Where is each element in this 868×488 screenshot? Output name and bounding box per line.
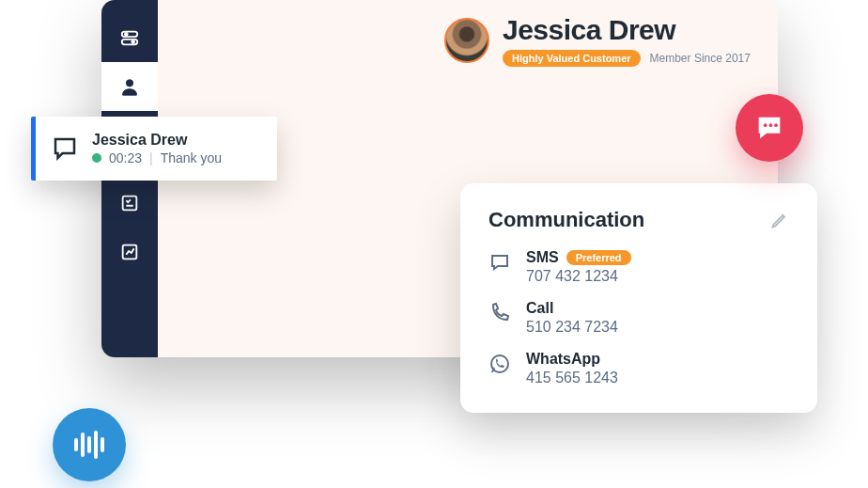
divider: |: [149, 150, 153, 165]
sidebar-item-checklist[interactable]: [101, 179, 158, 228]
status-dot: [92, 153, 101, 163]
customer-name: Jessica Drew: [503, 14, 751, 46]
svg-point-4: [126, 80, 132, 87]
chat-dots-icon: [753, 112, 785, 144]
customer-header: Jessica Drew Highly Valued Customer Memb…: [444, 14, 751, 67]
pencil-icon[interactable]: [770, 211, 789, 229]
voice-bar-icon: [87, 436, 91, 453]
conversation-name: Jessica Drew: [92, 132, 222, 149]
channel-whatsapp[interactable]: WhatsApp 415 565 1243: [488, 351, 789, 386]
channel-label: SMS: [526, 249, 559, 266]
voice-bar-icon: [101, 437, 104, 452]
channel-value: 707 432 1234: [526, 268, 631, 285]
chat-button[interactable]: [736, 94, 803, 162]
sidebar-item-analytics[interactable]: [101, 228, 158, 276]
svg-point-3: [132, 40, 134, 43]
svg-point-12: [774, 123, 778, 127]
member-since: Member Since 2017: [650, 52, 751, 65]
conversation-timestamp: 00:23: [109, 150, 142, 165]
voice-bar-icon: [81, 433, 85, 457]
voice-bar-icon: [94, 431, 98, 459]
channel-value: 415 565 1243: [526, 370, 618, 386]
communication-panel: Communication SMS Preferred 707 432 1234…: [460, 183, 817, 413]
sms-icon: [488, 251, 511, 274]
chart-icon: [119, 242, 140, 262]
sidebar-item-customer[interactable]: [101, 62, 158, 111]
preferred-badge: Preferred: [566, 250, 631, 265]
communication-title: Communication: [488, 208, 644, 232]
avatar: [444, 18, 489, 63]
channel-call[interactable]: Call 510 234 7234: [488, 300, 789, 336]
whatsapp-icon: [488, 353, 511, 375]
channel-sms[interactable]: SMS Preferred 707 432 1234: [488, 249, 789, 285]
customer-badge: Highly Valued Customer: [503, 50, 641, 67]
voice-button[interactable]: [53, 408, 126, 481]
conversation-card[interactable]: Jessica Drew 00:23 | Thank you: [31, 117, 277, 181]
channel-value: 510 234 7234: [526, 319, 618, 336]
voice-bar-icon: [74, 438, 78, 451]
channel-label: WhatsApp: [526, 351, 600, 368]
svg-point-1: [125, 33, 128, 36]
sidebar-item-toggles[interactable]: [101, 13, 158, 62]
toggles-icon: [119, 27, 140, 48]
svg-rect-7: [123, 197, 137, 211]
checklist-icon: [119, 193, 140, 213]
phone-icon: [488, 302, 511, 324]
svg-point-10: [764, 123, 767, 127]
speech-bubble-icon: [51, 134, 79, 163]
person-icon: [119, 76, 140, 97]
svg-point-11: [769, 123, 773, 127]
channel-label: Call: [526, 300, 553, 317]
conversation-preview: Thank you: [161, 150, 222, 165]
